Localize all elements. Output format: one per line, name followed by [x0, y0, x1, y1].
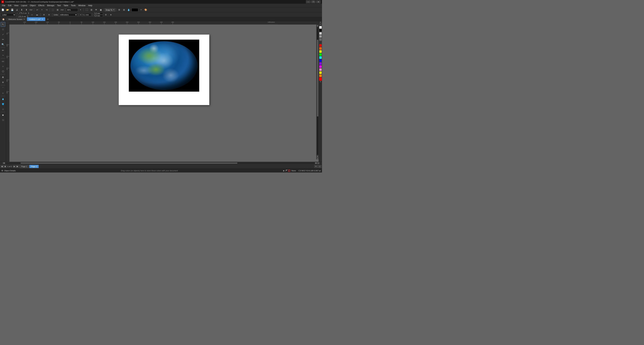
view-layout-button[interactable]: ⊞	[89, 8, 94, 12]
welcome-tab-close[interactable]: ✕	[24, 18, 25, 20]
hscroll-corner[interactable]: ◻	[317, 162, 319, 164]
page-width-input[interactable]	[18, 12, 28, 15]
tool-freehand[interactable]: ✏	[1, 48, 5, 53]
tool-ellipse[interactable]: ○	[1, 64, 5, 69]
tool-outline[interactable]: ◼	[1, 113, 5, 117]
vscroll-thumb[interactable]	[317, 40, 318, 116]
publish-pdf-button[interactable]: PDF	[29, 8, 33, 12]
canvas-inner[interactable]	[10, 25, 319, 162]
facing-pages-btn[interactable]: ⊟	[47, 13, 51, 17]
tool-text[interactable]: A	[1, 75, 5, 80]
grid-y-input[interactable]	[94, 15, 103, 17]
tool-polygon[interactable]: ⬠	[1, 69, 5, 74]
page-size-button[interactable]: ⬚	[51, 8, 55, 12]
color-swatch-pink[interactable]	[319, 68, 322, 71]
color-swatch-yellow[interactable]	[319, 50, 322, 53]
enable-view-button[interactable]: 👁	[94, 8, 98, 12]
color-swatch-bright-yellow[interactable]	[319, 71, 322, 74]
all-pages-btn[interactable]: ⊞	[42, 13, 46, 17]
tool-dimension[interactable]: ⊹	[1, 91, 5, 96]
last-page-button[interactable]: |▶	[16, 165, 19, 168]
width-up-btn[interactable]: ▲	[28, 12, 29, 13]
color-swatch-green[interactable]	[319, 53, 322, 56]
view-options-button[interactable]: ⊞	[122, 8, 126, 12]
color-swatch-bright-orange[interactable]	[319, 74, 322, 77]
canvas-area[interactable]: -200 -150 -100 -50 0 50 100 150 200 250	[6, 21, 319, 162]
undo-dropdown-button[interactable]: ▼	[40, 8, 44, 12]
document-tab[interactable]: Untitled-1.cdr* ✕	[27, 17, 46, 21]
page-border-btn[interactable]: ⊞	[104, 13, 108, 17]
landscape-btn[interactable]: ▬	[35, 13, 39, 17]
menu-effects[interactable]: Effects	[37, 4, 46, 7]
new-file-button[interactable]: 📄	[1, 8, 5, 12]
menu-bitmaps[interactable]: Bitmaps	[46, 4, 56, 7]
color-swatch-orange[interactable]	[319, 47, 322, 50]
nudge-input[interactable]	[82, 13, 91, 16]
add-guide-btn[interactable]: +	[109, 13, 113, 17]
bitmap-image[interactable]	[129, 40, 199, 92]
add-tab-button[interactable]: +	[46, 17, 50, 21]
menu-window[interactable]: Window	[77, 4, 87, 7]
tool-select[interactable]: ↖	[1, 22, 5, 27]
snap-to-dropdown[interactable]: Snap To ▼	[105, 8, 115, 12]
home-tab[interactable]: 🏠	[1, 17, 6, 21]
redo-button[interactable]: ↪	[44, 8, 49, 12]
vscroll-track[interactable]	[317, 27, 318, 155]
tool-fill[interactable]: 🪣	[1, 102, 5, 106]
save-button[interactable]: 💾	[10, 8, 14, 12]
next-page-button[interactable]: ▶	[13, 165, 16, 168]
color-swatch-gray2[interactable]	[319, 35, 322, 38]
full-screen-preview-button[interactable]: ⛶	[84, 8, 89, 12]
color-mgr-button[interactable]: 💧	[126, 8, 131, 12]
welcome-screen-tab[interactable]: Welcome Screen ✕	[6, 17, 27, 21]
color-swatch-gray4[interactable]	[319, 41, 322, 44]
menu-tools[interactable]: Tools	[70, 4, 77, 7]
print-button[interactable]: 🖨	[15, 8, 19, 12]
color-swatch-red[interactable]	[319, 44, 322, 47]
vscroll-corner[interactable]: ◻	[317, 157, 319, 159]
page-orientation-button[interactable]: ⊞	[55, 8, 60, 12]
color-fill-box[interactable]	[132, 8, 138, 12]
menu-help[interactable]: Help	[87, 4, 94, 7]
edit-drawing-btn[interactable]: ✏	[314, 165, 318, 168]
vscroll-down-button[interactable]: ▼	[316, 155, 319, 157]
units-select[interactable]: millimeters inches pixels	[59, 13, 78, 16]
color-swatch-white[interactable]	[319, 26, 322, 29]
color-dropdown-button[interactable]: ▼	[139, 8, 143, 12]
tool-transform[interactable]: ⤢	[1, 32, 5, 37]
zoom-dropdown-button[interactable]: ▼	[78, 8, 83, 12]
tool-node[interactable]: ⬡	[1, 27, 5, 32]
color-swatch-magenta[interactable]	[319, 65, 322, 68]
color-swatch-purple[interactable]	[319, 62, 322, 65]
first-page-button[interactable]: ◀|	[1, 165, 3, 168]
grid-x-input[interactable]	[94, 13, 103, 15]
color-swatch-gray1[interactable]	[319, 32, 322, 35]
preview-mode-button[interactable]: ▣	[98, 8, 103, 12]
menu-edit[interactable]: Edit	[6, 4, 13, 7]
menu-object[interactable]: Object	[28, 4, 37, 7]
tool-crop[interactable]: ✂	[1, 37, 5, 42]
portrait-btn[interactable]: ▭	[30, 13, 34, 17]
width-down-btn[interactable]: ▼	[28, 13, 29, 14]
color-swatch-blue[interactable]	[319, 59, 322, 62]
open-button[interactable]: 📂	[5, 8, 10, 12]
palette-scroll-down[interactable]: ▼	[319, 81, 322, 83]
export-pdf-btn[interactable]: PDF	[60, 8, 64, 12]
vertical-scrollbar[interactable]: ▲ ▼ ◻	[316, 25, 319, 159]
menu-text[interactable]: Text	[56, 4, 62, 7]
undo-button[interactable]: ↩	[35, 8, 40, 12]
page2-tab[interactable]: Page 2	[29, 165, 39, 168]
export-button[interactable]: ⬆	[24, 8, 28, 12]
menu-table[interactable]: Table	[62, 4, 70, 7]
color-picker-button[interactable]: 🎨	[144, 8, 148, 12]
minimize-button[interactable]: ─	[306, 0, 310, 3]
color-swatch-bright-red[interactable]	[319, 77, 322, 81]
menu-view[interactable]: View	[13, 4, 20, 7]
vscroll-up-button[interactable]: ▲	[316, 25, 319, 27]
no-fill-swatch[interactable]: ✕	[319, 23, 322, 26]
tool-connector[interactable]: ⌒	[1, 86, 5, 91]
doc-tab-close[interactable]: ✕	[42, 18, 43, 20]
tool-smart-fill[interactable]: ◻	[1, 107, 5, 111]
close-button[interactable]: ✕	[316, 0, 321, 3]
prev-page-button[interactable]: ◀	[4, 165, 6, 168]
